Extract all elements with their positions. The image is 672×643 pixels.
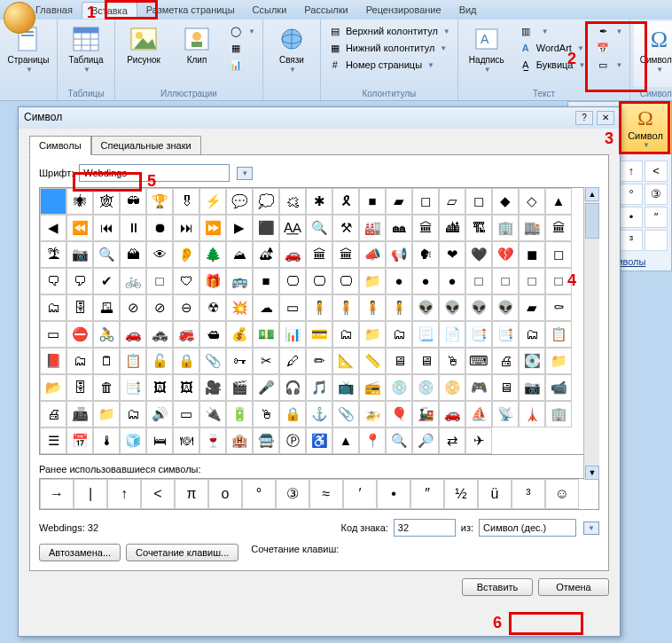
char-cell[interactable]: 🚁 bbox=[359, 401, 386, 427]
char-cell[interactable]: 📏 bbox=[359, 348, 386, 374]
char-cell[interactable]: 🔍 bbox=[93, 241, 120, 268]
char-cell[interactable]: ⛰ bbox=[226, 241, 253, 268]
scroll-down-icon[interactable]: ▼ bbox=[585, 466, 599, 480]
char-cell[interactable]: □ bbox=[146, 268, 173, 294]
char-cell[interactable]: 🔋 bbox=[226, 401, 253, 427]
char-cell[interactable] bbox=[40, 188, 66, 215]
char-cell[interactable]: 🖥 bbox=[386, 348, 412, 374]
char-cell[interactable]: ◻ bbox=[412, 188, 439, 215]
char-cell[interactable]: 📣 bbox=[359, 241, 386, 268]
char-cell[interactable]: 📑 bbox=[120, 374, 146, 401]
char-cell[interactable]: ⏪ bbox=[66, 215, 93, 241]
char-cell[interactable]: ⏸ bbox=[120, 215, 146, 241]
char-cell[interactable]: ✔ bbox=[93, 268, 120, 294]
char-cell[interactable]: 🏛 bbox=[545, 215, 572, 241]
char-cell[interactable]: 📑 bbox=[492, 321, 519, 348]
char-cell[interactable]: ▭ bbox=[279, 294, 306, 321]
smartart-button[interactable]: ▦ bbox=[225, 40, 259, 56]
symbol-cell[interactable]: • bbox=[620, 207, 643, 228]
char-cell[interactable]: 🗄 bbox=[66, 294, 93, 321]
char-cell[interactable]: 🎗 bbox=[332, 188, 359, 215]
char-cell[interactable]: □ bbox=[465, 268, 492, 294]
tab-references[interactable]: Ссылки bbox=[244, 2, 296, 18]
char-cell[interactable]: 🎬 bbox=[226, 374, 253, 401]
tab-review[interactable]: Рецензирование bbox=[357, 2, 450, 18]
char-cell[interactable]: ▱ bbox=[439, 188, 465, 215]
char-cell[interactable]: 💿 bbox=[386, 374, 412, 401]
char-cell[interactable]: 🎥 bbox=[199, 374, 226, 401]
char-cell[interactable]: ⏺ bbox=[146, 215, 173, 241]
char-cell[interactable]: 🖵 bbox=[279, 268, 306, 294]
char-cell[interactable]: 🏔 bbox=[120, 241, 146, 268]
char-cell[interactable]: 🎵 bbox=[306, 374, 332, 401]
table-button[interactable]: Таблица▼ bbox=[61, 21, 111, 87]
char-cell[interactable]: 🎤 bbox=[253, 374, 279, 401]
char-cell[interactable]: 📅 bbox=[66, 427, 93, 454]
char-cell[interactable]: 🕷 bbox=[66, 188, 93, 215]
char-cell[interactable]: □ bbox=[519, 268, 545, 294]
char-cell[interactable]: 💰 bbox=[226, 321, 253, 348]
recent-cell[interactable]: • bbox=[377, 479, 410, 509]
recent-cell[interactable]: ↑ bbox=[107, 479, 141, 509]
recent-cell[interactable]: | bbox=[74, 479, 107, 509]
dialog-close-button[interactable]: ✕ bbox=[597, 111, 614, 125]
shapes-button[interactable]: ◯▼ bbox=[225, 23, 259, 39]
object-button[interactable]: ▭▼ bbox=[592, 57, 626, 73]
char-cell[interactable]: 👁 bbox=[146, 241, 173, 268]
char-cell[interactable]: ⊘ bbox=[120, 294, 146, 321]
char-cell[interactable]: ☰ bbox=[40, 427, 66, 454]
symbol-cell[interactable]: ③ bbox=[645, 184, 668, 205]
scroll-thumb[interactable] bbox=[585, 203, 599, 239]
char-cell[interactable]: 📁 bbox=[359, 321, 386, 348]
code-input[interactable] bbox=[394, 519, 456, 537]
char-cell[interactable]: ▲ bbox=[332, 427, 359, 454]
tab-special-chars[interactable]: Специальные знаки bbox=[91, 136, 201, 155]
char-cell[interactable]: ⚰ bbox=[545, 294, 572, 321]
char-cell[interactable]: 🖥 bbox=[492, 374, 519, 401]
char-cell[interactable]: 🗂 bbox=[66, 348, 93, 374]
char-cell[interactable]: 🚗 bbox=[439, 401, 465, 427]
char-cell[interactable]: ⚒ bbox=[332, 215, 359, 241]
char-cell[interactable]: 📻 bbox=[359, 374, 386, 401]
char-cell[interactable]: ✱ bbox=[306, 188, 332, 215]
char-cell[interactable]: ⛵ bbox=[465, 401, 492, 427]
textbox-button[interactable]: A Надпись▼ bbox=[462, 21, 512, 87]
char-cell[interactable]: 💔 bbox=[492, 241, 519, 268]
char-cell[interactable]: 📐 bbox=[332, 348, 359, 374]
char-cell[interactable]: 🖼 bbox=[173, 374, 199, 401]
char-cell[interactable]: 📎 bbox=[332, 401, 359, 427]
char-cell[interactable]: ● bbox=[386, 268, 412, 294]
scroll-up-icon[interactable]: ▲ bbox=[585, 187, 599, 201]
recent-cell[interactable]: ≈ bbox=[309, 479, 343, 509]
char-cell[interactable]: 📀 bbox=[439, 374, 465, 401]
char-cell[interactable]: 📷 bbox=[66, 241, 93, 268]
char-cell[interactable]: 🧍 bbox=[359, 294, 386, 321]
char-cell[interactable]: 📁 bbox=[359, 268, 386, 294]
char-cell[interactable]: 🗳 bbox=[93, 294, 120, 321]
char-cell[interactable]: 📁 bbox=[93, 401, 120, 427]
char-cell[interactable]: 📋 bbox=[545, 321, 572, 348]
recent-cell[interactable]: ③ bbox=[276, 479, 309, 509]
char-cell[interactable]: 💥 bbox=[226, 294, 253, 321]
char-cell[interactable]: ☢ bbox=[199, 294, 226, 321]
char-cell[interactable]: A͟A bbox=[279, 215, 306, 241]
char-cell[interactable]: 🛡 bbox=[173, 268, 199, 294]
datetime-button[interactable]: 📅 bbox=[592, 40, 626, 56]
char-cell[interactable]: ▰ bbox=[519, 294, 545, 321]
char-cell[interactable]: ⬛ bbox=[253, 215, 279, 241]
symbol-cell[interactable]: ° bbox=[620, 184, 643, 205]
char-cell[interactable]: 🏨 bbox=[226, 427, 253, 454]
shortcut-button[interactable]: Сочетание клавиш... bbox=[126, 544, 238, 561]
recent-cell[interactable]: ″ bbox=[410, 479, 444, 509]
char-cell[interactable]: 🎖 bbox=[173, 188, 199, 215]
char-cell[interactable]: 🕸 bbox=[93, 188, 120, 215]
char-cell[interactable]: ◀ bbox=[40, 215, 66, 241]
char-cell[interactable]: ⊘ bbox=[146, 294, 173, 321]
tab-page-layout[interactable]: Разметка страницы bbox=[137, 2, 244, 18]
char-cell[interactable]: 🏛 bbox=[306, 241, 332, 268]
char-cell[interactable]: 🛳 bbox=[199, 321, 226, 348]
char-cell[interactable]: ✂ bbox=[253, 348, 279, 374]
char-cell[interactable]: 🍷 bbox=[199, 427, 226, 454]
char-cell[interactable]: 🗂 bbox=[386, 321, 412, 348]
char-cell[interactable]: ◻ bbox=[465, 188, 492, 215]
